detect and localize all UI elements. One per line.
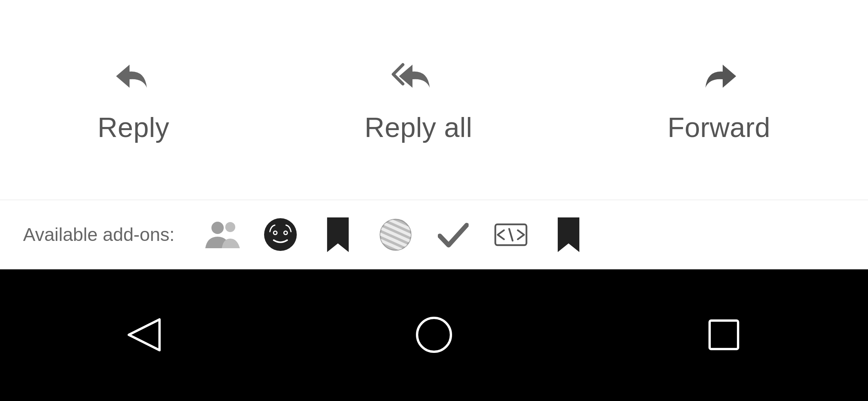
face-addon-icon[interactable] — [263, 217, 298, 252]
reply-all-label: Reply all — [364, 112, 472, 143]
reply-all-icon — [391, 57, 445, 101]
svg-point-17 — [417, 318, 451, 352]
svg-point-0 — [211, 222, 224, 234]
svg-line-15 — [509, 229, 513, 241]
svg-marker-16 — [129, 319, 160, 350]
check-addon-icon[interactable] — [436, 217, 471, 252]
bookmark-addon-icon[interactable] — [321, 217, 355, 252]
reply-button[interactable]: Reply — [67, 45, 200, 155]
reply-label: Reply — [98, 112, 170, 143]
recents-button[interactable] — [676, 306, 772, 365]
back-icon — [127, 316, 161, 355]
addons-section: Available add-ons: — [0, 200, 868, 269]
code-addon-icon[interactable] — [494, 217, 528, 252]
home-button[interactable] — [384, 304, 484, 367]
candy-addon-icon[interactable] — [378, 217, 413, 252]
forward-label: Forward — [668, 112, 771, 143]
reply-all-button[interactable]: Reply all — [334, 45, 503, 155]
svg-point-5 — [274, 232, 276, 234]
people-addon-icon[interactable] — [205, 217, 240, 252]
forward-button[interactable]: Forward — [637, 45, 801, 155]
back-button[interactable] — [96, 304, 192, 367]
bookmark2-addon-icon[interactable] — [551, 217, 586, 252]
home-icon — [415, 316, 453, 355]
recents-icon — [707, 317, 741, 353]
android-navbar — [0, 269, 868, 401]
svg-point-6 — [284, 232, 287, 234]
svg-rect-18 — [710, 321, 738, 349]
svg-point-1 — [225, 222, 235, 232]
reply-icon — [112, 57, 155, 101]
addons-label: Available add-ons: — [23, 224, 175, 245]
email-actions-section: Reply Reply all Forward — [0, 0, 868, 200]
forward-icon — [698, 57, 740, 101]
svg-point-2 — [264, 218, 297, 251]
